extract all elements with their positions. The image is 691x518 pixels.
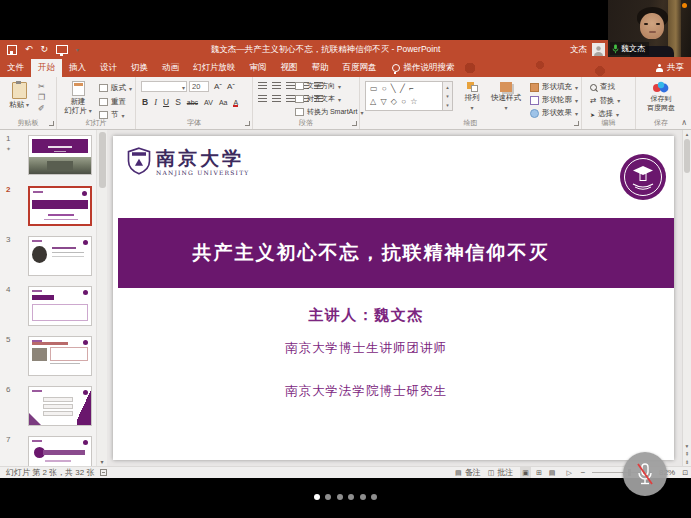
page-dot[interactable]	[337, 494, 343, 500]
reset-button[interactable]: 重置	[99, 97, 132, 107]
account-name[interactable]: 文杰	[570, 44, 587, 56]
slide-thumbnail-1[interactable]	[28, 135, 92, 175]
tab-help[interactable]: 帮助	[305, 59, 336, 77]
undo-icon[interactable]: ↶	[25, 40, 33, 59]
thumbnail-scrollbar-thumb[interactable]	[99, 132, 106, 188]
slide-presenter[interactable]: 主讲人：魏文杰	[113, 306, 619, 325]
page-dot[interactable]	[371, 494, 377, 500]
scroll-down-icon[interactable]: ▾	[686, 443, 689, 449]
slide-thumbnail-4[interactable]	[28, 286, 92, 326]
slide-title[interactable]: 共产主义初心不忘，抗联精神信仰不灭	[118, 218, 624, 288]
underline-button[interactable]: U	[163, 97, 169, 107]
layout-button[interactable]: 版式▾	[99, 83, 132, 93]
page-dot-active[interactable]	[314, 494, 320, 500]
strikethrough-button[interactable]: abc	[187, 99, 198, 106]
italic-button[interactable]: I	[154, 97, 157, 107]
grow-font-button[interactable]: Aˆ	[214, 82, 222, 91]
character-spacing-button[interactable]: AV	[204, 99, 213, 106]
shapes-more-icon[interactable]: ▾	[446, 102, 449, 108]
page-dot[interactable]	[348, 494, 354, 500]
slide-thumbnail-3[interactable]	[28, 236, 92, 276]
tab-home[interactable]: 开始	[31, 59, 62, 77]
cut-icon[interactable]: ✂	[38, 83, 45, 91]
start-slideshow-icon[interactable]	[56, 45, 68, 54]
drawing-dialog-launcher-icon[interactable]	[574, 121, 579, 126]
font-size-combobox[interactable]: 20	[189, 81, 209, 92]
slide-canvas[interactable]: 南京大学 NANJING UNIVERSITY 共产主义初心不忘，抗联精神信仰不…	[113, 136, 674, 460]
numbering-icon[interactable]	[272, 82, 281, 89]
tab-insert[interactable]: 插入	[62, 59, 93, 77]
align-left-icon[interactable]	[258, 95, 267, 102]
paste-dropdown-icon[interactable]: ▾	[26, 102, 29, 108]
scroll-up-icon[interactable]: ▴	[683, 131, 691, 137]
find-button[interactable]: 查找	[590, 82, 620, 92]
notes-button[interactable]: ▤备注	[455, 467, 481, 478]
arrange-button[interactable]: 排列 ▾	[459, 82, 485, 113]
save-to-baidu-button[interactable]: 保存到 百度网盘	[636, 81, 686, 112]
decrease-indent-icon[interactable]	[286, 82, 295, 89]
font-name-combobox[interactable]: ▾	[141, 81, 187, 92]
thumbnail-scrollbar[interactable]: ▾	[96, 130, 107, 466]
page-dot[interactable]	[360, 494, 366, 500]
previous-slide-icon[interactable]: ⇞	[685, 451, 690, 457]
text-shadow-button[interactable]: S	[175, 97, 181, 107]
format-painter-icon[interactable]: ✐	[38, 105, 45, 113]
shapes-gallery-scrollbar[interactable]: ▴ ▾ ▾	[442, 82, 452, 110]
shape-outline-button[interactable]: 形状轮廓▾	[530, 95, 578, 105]
tab-review[interactable]: 审阅	[243, 59, 274, 77]
paragraph-dialog-launcher-icon[interactable]	[352, 121, 357, 126]
tab-view[interactable]: 视图	[274, 59, 305, 77]
slide-thumbnail-2-selected[interactable]	[28, 186, 92, 226]
tab-file[interactable]: 文件	[0, 59, 31, 77]
copy-icon[interactable]: ❐	[38, 94, 45, 102]
slide-affiliation-2[interactable]: 南京大学法学院博士研究生	[113, 383, 619, 400]
shape-effects-button[interactable]: 形状效果▾	[530, 108, 578, 118]
slide-thumbnail-6[interactable]	[28, 386, 92, 426]
thumbnail-scroll-down-icon[interactable]: ▾	[97, 458, 107, 465]
customize-qat-dropdown-icon[interactable]: ▾	[76, 46, 79, 53]
font-color-button[interactable]: A	[233, 99, 238, 106]
bullets-icon[interactable]	[258, 82, 267, 89]
paste-button[interactable]: 粘贴 ▾	[5, 82, 33, 110]
webcam-video[interactable]: 魏文杰	[608, 0, 691, 57]
shapes-scroll-down-icon[interactable]: ▾	[446, 93, 449, 99]
share-button[interactable]: 共享	[656, 59, 684, 77]
reading-view-icon[interactable]: ▤	[547, 467, 558, 478]
slide-title-banner[interactable]: 共产主义初心不忘，抗联精神信仰不灭	[118, 218, 674, 288]
zoom-out-icon[interactable]: −	[581, 467, 586, 478]
tab-slideshow[interactable]: 幻灯片放映	[186, 59, 243, 77]
shapes-gallery[interactable]: ▭ ○ ╲ ╱ ⌐ △ ▽ ◇ ○ ☆ ▴ ▾ ▾	[365, 81, 453, 111]
normal-view-icon[interactable]: ▣	[520, 467, 531, 478]
save-icon[interactable]	[7, 45, 17, 55]
new-slide-button[interactable]: 新建 幻灯片 ▾	[61, 81, 95, 116]
quick-styles-button[interactable]: 快速样式 ▾	[488, 82, 524, 113]
next-slide-icon[interactable]: ⇟	[685, 459, 690, 465]
proofing-status-icon[interactable]	[100, 469, 107, 476]
slideshow-view-icon[interactable]: ▷	[564, 467, 573, 478]
meeting-mic-muted-button[interactable]	[623, 452, 667, 496]
comments-button[interactable]: ◫批注	[488, 467, 514, 478]
slide-sorter-view-icon[interactable]: ⊞	[534, 467, 544, 478]
clipboard-dialog-launcher-icon[interactable]	[49, 121, 54, 126]
fit-to-window-icon[interactable]: ⊡	[682, 467, 688, 478]
bold-button[interactable]: B	[142, 97, 148, 107]
font-dialog-launcher-icon[interactable]	[245, 121, 250, 126]
align-right-icon[interactable]	[286, 95, 295, 102]
smartart-button[interactable]: 转换为 SmartArt▾	[295, 107, 364, 117]
text-direction-button[interactable]: 文字方向▾	[295, 81, 364, 91]
slide-thumbnail-7[interactable]	[28, 436, 92, 466]
collapse-ribbon-icon[interactable]: ∧	[681, 118, 687, 127]
change-case-button[interactable]: Aa	[219, 99, 228, 106]
tab-transitions[interactable]: 切换	[124, 59, 155, 77]
redo-icon[interactable]: ↻	[41, 40, 49, 59]
tab-animations[interactable]: 动画	[155, 59, 186, 77]
page-dot[interactable]	[325, 494, 331, 500]
account-avatar[interactable]	[592, 43, 605, 56]
shape-fill-button[interactable]: 形状填充▾	[530, 82, 578, 92]
tab-baidu-netdisk[interactable]: 百度网盘	[336, 59, 384, 77]
replace-button[interactable]: ⇄替换▾	[590, 96, 620, 106]
align-text-button[interactable]: 对齐文本▾	[295, 94, 364, 104]
slide-affiliation-1[interactable]: 南京大学博士生讲师团讲师	[113, 340, 619, 357]
slide-thumbnail-5[interactable]	[28, 336, 92, 376]
shrink-font-button[interactable]: Aˇ	[227, 82, 235, 91]
